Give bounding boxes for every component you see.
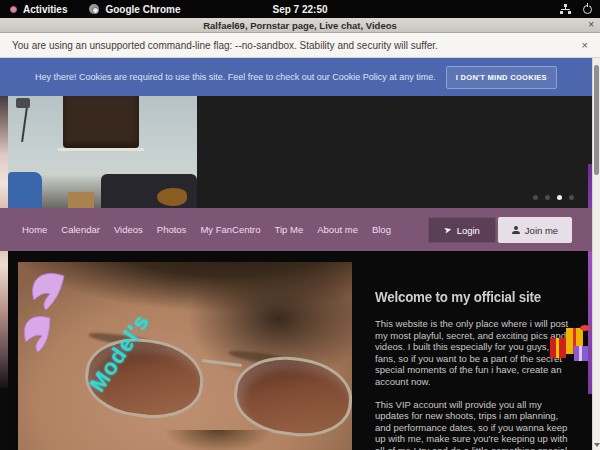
power-icon[interactable] — [583, 5, 592, 14]
page-scrollbar[interactable] — [592, 58, 600, 450]
cookie-accept-button[interactable]: I DON'T MIND COOKIES — [446, 66, 557, 89]
hero-carousel — [8, 96, 592, 208]
join-me-button[interactable]: Join me — [498, 217, 572, 243]
carousel-dots — [533, 195, 574, 200]
blanket-decor — [157, 188, 187, 206]
welcome-heading: Welcome to my official site — [375, 289, 555, 305]
carousel-dot[interactable] — [569, 195, 574, 200]
window-title: Ralfael69, Pornstar page, Live chat, Vid… — [203, 20, 397, 31]
network-icon[interactable] — [560, 4, 571, 14]
hero-photo-placeholder — [8, 96, 197, 208]
user-icon — [512, 226, 520, 234]
portrait-photo-placeholder: Azrael Model's — [18, 262, 352, 450]
login-button[interactable]: ➤ Login — [428, 217, 496, 243]
login-label: Login — [457, 225, 480, 236]
clock[interactable]: Sep 7 22:50 — [0, 4, 600, 15]
welcome-paragraph-2: This VIP account will provide you all my… — [375, 399, 571, 450]
gift-icon — [574, 346, 588, 361]
window-titlebar: Ralfael69, Pornstar page, Live chat, Vid… — [0, 18, 600, 33]
cookie-message: Hey there! Cookies are required to use t… — [35, 72, 436, 82]
gnome-top-bar: Activities Google Chrome Sep 7 22:50 — [0, 0, 600, 18]
mustache-decor — [158, 430, 278, 450]
send-icon: ➤ — [443, 224, 453, 236]
site-nav: Home Calendar Videos Photos My FanCentro… — [0, 208, 600, 251]
welcome-section: Welcome to my official site This website… — [375, 289, 571, 450]
gift-boxes-decor — [548, 326, 594, 366]
window-close-button[interactable]: × — [588, 19, 594, 30]
lamp-head-decor — [16, 98, 30, 108]
gift-icon — [550, 338, 566, 358]
carousel-dot[interactable] — [533, 195, 538, 200]
blue-object-decor — [8, 172, 42, 208]
nav-item-tipme[interactable]: Tip Me — [275, 224, 304, 235]
web-page: Hey there! Cookies are required to use t… — [0, 58, 600, 450]
cookie-banner: Hey there! Cookies are required to use t… — [0, 58, 592, 96]
nav-item-home[interactable]: Home — [22, 224, 47, 235]
desktop-screen: Activities Google Chrome Sep 7 22:50 Ral… — [0, 0, 600, 450]
window-sill-decor — [58, 148, 144, 151]
curtain-decor — [63, 96, 139, 148]
scrollbar-down-arrow[interactable] — [594, 443, 600, 447]
nav-item-fancentro[interactable]: My FanCentro — [200, 224, 260, 235]
flag-warning-text: You are using an unsupported command-lin… — [0, 40, 438, 51]
welcome-paragraph-1: This website is the only place where i w… — [375, 318, 571, 388]
nav-item-blog[interactable]: Blog — [372, 224, 391, 235]
table-decor — [68, 192, 94, 208]
sunglasses-lens — [230, 351, 352, 443]
main-content: Azrael Model's Welcome to my official si… — [8, 251, 592, 450]
carousel-dot[interactable] — [545, 195, 550, 200]
flag-warning-close-icon[interactable]: × — [582, 39, 588, 51]
scrollbar-thumb[interactable] — [594, 65, 599, 175]
carousel-dot-active[interactable] — [557, 195, 562, 200]
sunglasses-bridge — [202, 356, 242, 367]
nav-item-calendar[interactable]: Calendar — [61, 224, 100, 235]
nav-item-videos[interactable]: Videos — [114, 224, 143, 235]
flag-warning-bar: You are using an unsupported command-lin… — [0, 33, 600, 58]
join-label: Join me — [525, 225, 558, 236]
nav-item-photos[interactable]: Photos — [157, 224, 187, 235]
nav-item-aboutme[interactable]: About me — [317, 224, 358, 235]
